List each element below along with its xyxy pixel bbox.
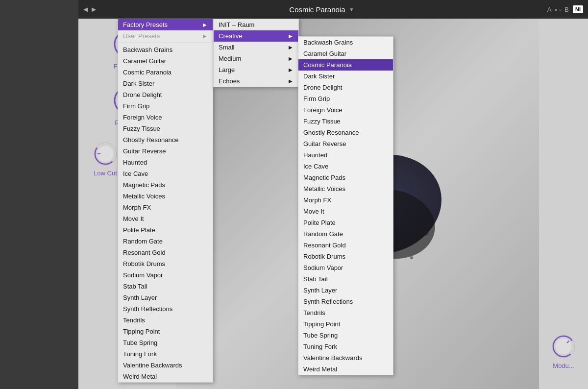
l3-resonant[interactable]: Resonant Gold: [298, 240, 393, 251]
l3-tube[interactable]: Tube Spring: [298, 330, 393, 341]
factory-presets-arrow: ▶: [203, 22, 207, 27]
user-presets-arrow: ▶: [203, 33, 207, 39]
menu-item-haunted[interactable]: Haunted: [118, 157, 213, 168]
b-label[interactable]: B: [564, 6, 569, 13]
ni-badge: NI: [573, 5, 583, 13]
l3-drone[interactable]: Drone Delight: [298, 82, 393, 93]
l3-synth-refl[interactable]: Synth Reflections: [298, 296, 393, 307]
l3-random[interactable]: Random Gate: [298, 228, 393, 240]
l3-metallic[interactable]: Metallic Voices: [298, 183, 393, 194]
l3-caramel[interactable]: Caramel Guitar: [298, 48, 393, 59]
l3-backwash[interactable]: Backwash Grains: [298, 37, 393, 48]
l3-morph[interactable]: Morph FX: [298, 194, 393, 206]
menu-item-random[interactable]: Random Gate: [118, 236, 213, 247]
menu-level3: Backwash Grains Caramel Guitar Cosmic Pa…: [298, 36, 393, 375]
menu-item-cosmic[interactable]: Cosmic Paranoia: [118, 67, 213, 78]
menu-item-stab[interactable]: Stab Tail: [118, 281, 213, 292]
prev-preset-button[interactable]: ◀: [83, 6, 88, 13]
menu-item-sodium[interactable]: Sodium Vapor: [118, 269, 213, 281]
small-item[interactable]: Small ▶: [214, 42, 298, 53]
menu-item-fuzzy[interactable]: Fuzzy Tissue: [118, 123, 213, 134]
l3-valentine[interactable]: Valentine Backwards: [298, 352, 393, 364]
menu-item-synth-layer[interactable]: Synth Layer: [118, 292, 213, 303]
menu-item-drone[interactable]: Drone Delight: [118, 89, 213, 100]
l3-stab[interactable]: Stab Tail: [298, 273, 393, 285]
init-raum-item[interactable]: INIT – Raum: [214, 19, 298, 30]
l3-dark[interactable]: Dark Sister: [298, 71, 393, 82]
creative-arrow: ▶: [289, 33, 293, 39]
menu-item-resonant[interactable]: Resonant Gold: [118, 247, 213, 258]
l3-robotik[interactable]: Robotik Drums: [298, 251, 393, 262]
l3-ghostly[interactable]: Ghostly Resonance: [298, 127, 393, 138]
medium-item[interactable]: Medium ▶: [214, 53, 298, 64]
menu-item-weird[interactable]: Weird Metal: [118, 371, 213, 382]
menu-item-polite[interactable]: Polite Plate: [118, 224, 213, 236]
medium-arrow: ▶: [289, 56, 293, 61]
l3-cosmic[interactable]: Cosmic Paranoia: [298, 59, 393, 71]
preset-name-text: Cosmic Paranoia: [289, 5, 345, 14]
l3-magnetic[interactable]: Magnetic Pads: [298, 172, 393, 183]
echoes-item[interactable]: Echoes ▶: [214, 75, 298, 87]
low-cut-knob[interactable]: [93, 141, 118, 167]
small-arrow: ▶: [289, 45, 293, 50]
menu-item-synth-refl[interactable]: Synth Reflections: [118, 303, 213, 315]
modulation-knob-container: Modu...: [551, 334, 576, 369]
menu-level1: Factory Presets ▶ User Presets ▶ Backwas…: [118, 19, 213, 383]
l3-tendrils[interactable]: Tendrils: [298, 307, 393, 318]
l3-haunted[interactable]: Haunted: [298, 149, 393, 161]
l3-tuning[interactable]: Tuning Fork: [298, 341, 393, 352]
menu-divider-1: [118, 43, 213, 43]
factory-presets-item[interactable]: Factory Presets ▶: [118, 19, 213, 30]
l3-move[interactable]: Move It: [298, 206, 393, 217]
menu-item-move[interactable]: Move It: [118, 213, 213, 224]
ab-dots: ● ○: [554, 7, 562, 12]
svg-point-22: [424, 231, 429, 236]
menu-item-ghostly[interactable]: Ghostly Resonance: [118, 134, 213, 146]
l3-tipping[interactable]: Tipping Point: [298, 318, 393, 330]
menu-item-tuning[interactable]: Tuning Fork: [118, 348, 213, 360]
preset-name-display: Cosmic Paranoia ▼: [100, 5, 543, 14]
menu-level2: INIT – Raum Creative ▶ Small ▶ Medium ▶ …: [213, 19, 299, 87]
menu-item-morph[interactable]: Morph FX: [118, 202, 213, 213]
menu-item-metallic[interactable]: Metallic Voices: [118, 191, 213, 202]
l3-guitar[interactable]: Guitar Reverse: [298, 138, 393, 149]
menu-item-foreign[interactable]: Foreign Voice: [118, 112, 213, 123]
modulation-label: Modu...: [553, 362, 574, 369]
l3-foreign[interactable]: Foreign Voice: [298, 104, 393, 116]
l3-synth-layer[interactable]: Synth Layer: [298, 285, 393, 296]
menu-item-caramel[interactable]: Caramel Guitar: [118, 55, 213, 67]
menu-item-backwash[interactable]: Backwash Grains: [118, 44, 213, 55]
menu-item-magnetic[interactable]: Magnetic Pads: [118, 179, 213, 191]
svg-point-21: [410, 256, 413, 259]
a-label[interactable]: A: [547, 6, 552, 13]
module-area: Modu...: [539, 19, 588, 389]
l3-ice[interactable]: Ice Cave: [298, 161, 393, 172]
menu-item-tube[interactable]: Tube Spring: [118, 337, 213, 348]
next-preset-button[interactable]: ▶: [92, 6, 96, 13]
menu-item-firm[interactable]: Firm Grip: [118, 100, 213, 112]
l3-weird[interactable]: Weird Metal: [298, 364, 393, 375]
menu-item-tipping[interactable]: Tipping Point: [118, 326, 213, 337]
large-arrow: ▶: [289, 67, 293, 73]
preset-dropdown-arrow[interactable]: ▼: [349, 7, 354, 12]
user-presets-item[interactable]: User Presets ▶: [118, 30, 213, 42]
modulation-knob[interactable]: [551, 334, 576, 359]
creative-item[interactable]: Creative ▶: [214, 30, 298, 42]
menu-item-tendrils[interactable]: Tendrils: [118, 315, 213, 326]
l3-firm[interactable]: Firm Grip: [298, 93, 393, 104]
large-item[interactable]: Large ▶: [214, 64, 298, 75]
echoes-arrow: ▶: [289, 78, 293, 84]
menu-item-dark[interactable]: Dark Sister: [118, 78, 213, 89]
menu-item-valentine[interactable]: Valentine Backwards: [118, 360, 213, 371]
svg-point-26: [555, 338, 572, 355]
menu-item-guitar[interactable]: Guitar Reverse: [118, 146, 213, 157]
l3-fuzzy[interactable]: Fuzzy Tissue: [298, 116, 393, 127]
l3-sodium[interactable]: Sodium Vapor: [298, 262, 393, 273]
menu-item-ice[interactable]: Ice Cave: [118, 168, 213, 179]
menu-item-robotik[interactable]: Robotik Drums: [118, 258, 213, 269]
low-cut-knob-container: Low Cut: [93, 141, 118, 177]
l3-polite[interactable]: Polite Plate: [298, 217, 393, 228]
top-bar: ◀ ▶ Cosmic Paranoia ▼ A ● ○ B NI: [78, 0, 588, 19]
left-sidebar: [0, 0, 78, 389]
ab-section: A ● ○ B: [547, 6, 569, 13]
